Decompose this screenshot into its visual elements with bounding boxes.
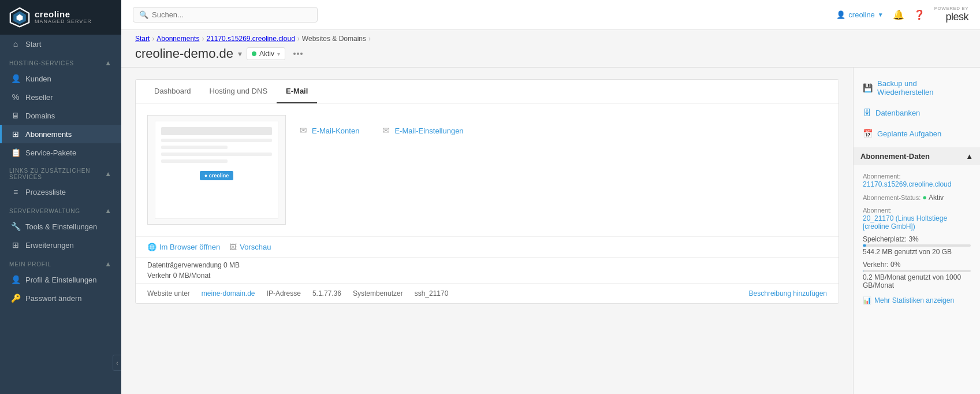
vorschau-link[interactable]: 🖼 Vorschau xyxy=(229,243,271,251)
breadcrumb-cloud[interactable]: 21170.s15269.creoline.cloud xyxy=(206,35,295,43)
logo-text: creoline MANAGED SERVER xyxy=(35,10,92,25)
user-label: Systembenutzer xyxy=(353,289,403,298)
datenbanken-link[interactable]: 🗄 Datenbanken xyxy=(863,106,971,120)
sidebar-item-tools[interactable]: 🔧 Tools & Einstellungen xyxy=(0,217,121,236)
search-box[interactable]: 🔍 xyxy=(133,7,318,23)
sidebar-collapse-button[interactable]: ‹ xyxy=(113,355,121,371)
breadcrumb-abonnements[interactable]: Abonnements xyxy=(156,35,199,43)
home-icon: ⌂ xyxy=(11,39,20,49)
breadcrumb-start[interactable]: Start xyxy=(135,35,150,43)
abonnement-section-label: Abonnement-Daten xyxy=(860,152,930,161)
status-data-value: Aktiv xyxy=(929,194,944,202)
user-chevron-icon: ▼ xyxy=(878,12,884,18)
topbar-user[interactable]: 👤 creoline ▼ xyxy=(836,10,883,19)
thumb-line4 xyxy=(161,159,228,163)
sidebar-item-abonnements[interactable]: ⊞ Abonnements xyxy=(0,125,121,143)
help-icon[interactable]: ❓ xyxy=(914,9,925,20)
sidebar-item-reseller[interactable]: % Reseller xyxy=(0,88,121,106)
sidebar-item-kunden[interactable]: 👤 Kunden xyxy=(0,69,121,88)
search-input[interactable] xyxy=(152,10,311,19)
content-wrapper: Start › Abonnements › 21170.s15269.creol… xyxy=(121,30,980,394)
topbar: 🔍 👤 creoline ▼ 🔔 ❓ POWERED BY plesk xyxy=(121,0,980,30)
sidebar-item-domains[interactable]: 🖥 Domains xyxy=(0,106,121,125)
email-konten-link[interactable]: ✉ E-Mail-Konten xyxy=(300,121,359,140)
chart-icon: 📊 xyxy=(863,296,871,304)
user-icon: 👤 xyxy=(11,74,20,83)
aufgaben-link[interactable]: 📅 Geplante Aufgaben xyxy=(863,127,971,140)
sidebar-item-start[interactable]: ⌂ Start xyxy=(0,35,121,53)
sep1: › xyxy=(152,35,154,43)
abonnement-row: Abonnement: 21170.s15269.creoline.cloud xyxy=(863,172,971,188)
more-options-button[interactable] xyxy=(290,50,306,57)
sidebar-label-abonnements: Abonnements xyxy=(25,130,72,139)
db-icon: 🗄 xyxy=(863,108,871,117)
email-einstellungen-link[interactable]: ✉ E-Mail-Einstellungen xyxy=(382,121,463,140)
stat-traffic-label: Verkehr xyxy=(147,272,173,280)
card-body: ● creoline ✉ E-Mail-Konten xyxy=(136,103,839,236)
sep2: › xyxy=(202,35,204,43)
status-data-label: Abonnement-Status: xyxy=(863,194,922,201)
ext-icon: ⊞ xyxy=(11,240,20,250)
domain-link[interactable]: meine-domain.de xyxy=(202,289,255,298)
abonnent-row: Abonnent: 20_21170 (Linus Holtstiege [cr… xyxy=(863,206,971,231)
sidebar-label-kunden: Kunden xyxy=(25,75,51,83)
sidebar-label-service-pakete: Service-Pakete xyxy=(25,148,76,157)
stat-disk: Datenträgerverwendung 0 MB xyxy=(147,261,827,269)
abonnent-link[interactable]: 20_21170 (Linus Holtstiege [creoline Gmb… xyxy=(863,214,947,231)
abonnements-icon: ⊞ xyxy=(11,129,20,139)
title-chevron-icon[interactable]: ▾ xyxy=(238,49,242,58)
stat-disk-value: 0 MB xyxy=(223,261,240,269)
section-profil: Mein Profil ▲ xyxy=(0,254,121,270)
settings-envelope-icon: ✉ xyxy=(382,125,390,136)
abonnement-link[interactable]: 21170.s15269.creoline.cloud xyxy=(863,180,951,188)
thumb-logo-area: ● creoline xyxy=(161,171,272,180)
ip-value: 5.1.77.36 xyxy=(312,289,341,298)
sidebar-label-reseller: Reseller xyxy=(25,93,53,102)
thumb-line2 xyxy=(161,146,228,149)
card-actions: 🌐 Im Browser öffnen 🖼 Vorschau xyxy=(136,236,839,257)
stat-disk-label: Datenträgerverwendung xyxy=(147,261,223,269)
section-collapse-icon: ▲ xyxy=(966,152,973,161)
tab-email[interactable]: E-Mail xyxy=(277,80,317,103)
speicherplatz-label: Speicherplatz: 3% xyxy=(863,235,919,243)
verkehr-label: Verkehr: 0% xyxy=(863,261,900,269)
service-icon: 📋 xyxy=(11,148,20,157)
speicherplatz-bar xyxy=(863,244,971,247)
backup-link[interactable]: 💾 Backup und Wiederherstellen xyxy=(863,77,971,99)
sidebar-item-profil[interactable]: 👤 Profil & Einstellungen xyxy=(0,270,121,289)
stat-traffic-value: 0 MB/Monat xyxy=(173,272,211,280)
aufgaben-label: Geplante Aufgaben xyxy=(877,129,941,138)
plesk-logo: POWERED BY plesk xyxy=(934,6,968,23)
browser-open-link[interactable]: 🌐 Im Browser öffnen xyxy=(147,243,220,251)
email-einstellungen-label: E-Mail-Einstellungen xyxy=(394,127,463,135)
status-chevron-icon: ▾ xyxy=(277,51,280,57)
page-title: creoline-demo.de xyxy=(135,46,233,61)
browser-open-label: Im Browser öffnen xyxy=(159,243,220,251)
status-badge[interactable]: Aktiv ▾ xyxy=(247,47,285,60)
verkehr-detail: 0.2 MB/Monat genutzt von 1000 GB/Monat xyxy=(863,273,961,289)
sep4: › xyxy=(368,35,371,43)
tab-dashboard[interactable]: Dashboard xyxy=(145,80,200,103)
section-server: Serververwaltung ▲ xyxy=(0,201,121,217)
add-description-link[interactable]: Beschreibung hinzufügen xyxy=(749,289,827,298)
sidebar-item-passwort[interactable]: 🔑 Passwort ändern xyxy=(0,289,121,307)
tab-content-email: ✉ E-Mail-Konten ✉ E-Mail-Einstellungen xyxy=(300,115,827,225)
thumb-line3 xyxy=(161,153,272,156)
bell-icon[interactable]: 🔔 xyxy=(893,9,904,20)
sidebar-label-domains: Domains xyxy=(25,111,55,120)
logo-icon xyxy=(9,7,30,28)
mehr-statistiken-link[interactable]: 📊 Mehr Statistiken anzeigen xyxy=(863,296,971,304)
mehr-label: Mehr Statistiken anzeigen xyxy=(874,296,954,304)
footer-info: Website unter meine-domain.de IP-Adresse… xyxy=(136,283,839,303)
list-icon: ≡ xyxy=(11,187,20,196)
thumb-logo: ● creoline xyxy=(200,171,233,180)
tab-hosting-dns[interactable]: Hosting und DNS xyxy=(200,80,277,103)
sidebar-item-erweiterungen[interactable]: ⊞ Erweiterungen xyxy=(0,236,121,254)
logo: creoline MANAGED SERVER xyxy=(0,0,121,35)
sidebar-item-service-pakete[interactable]: 📋 Service-Pakete xyxy=(0,143,121,162)
abonnent-label: Abonnent: xyxy=(863,207,892,214)
dot3 xyxy=(300,53,303,55)
sidebar-item-prozessliste[interactable]: ≡ Prozessliste xyxy=(0,183,121,201)
email-options: ✉ E-Mail-Konten ✉ E-Mail-Einstellungen xyxy=(300,115,827,146)
abonnement-section-title[interactable]: Abonnement-Daten ▲ xyxy=(854,147,980,165)
